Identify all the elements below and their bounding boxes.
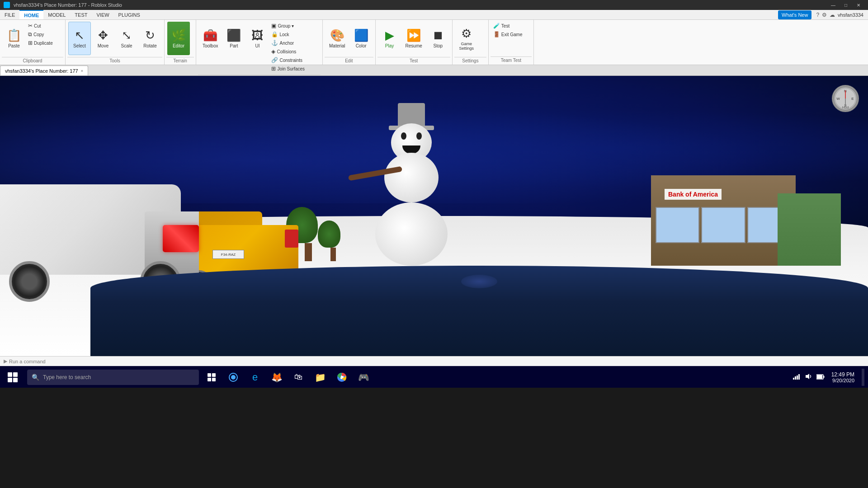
tree-trunk-left [305, 243, 312, 261]
battery-icon[interactable] [815, 374, 826, 381]
menu-model[interactable]: MODEL [43, 10, 70, 19]
terrain-section: 🌿 Editor Terrain [165, 20, 196, 65]
edit-content: 🎨 Material 🟦 Color [325, 21, 373, 56]
terrain-label: Terrain [166, 57, 194, 64]
settings-section: ⚙ GameSettings Settings [453, 20, 489, 65]
test-small-icon: 🧪 [493, 23, 500, 29]
rotate-icon: ↻ [145, 28, 155, 42]
ribbon: 📋 Paste ✂ Cut ⧉ Copy ⊞ Duplicate Clipboa… [0, 20, 868, 65]
test-content: ▶ Play ⏩ Resume ⏹ Stop [377, 21, 450, 56]
copy-button[interactable]: ⧉ Copy [26, 30, 62, 38]
game-settings-icon: ⚙ [461, 27, 472, 41]
ui-icon: 🖼 [251, 28, 263, 42]
move-button[interactable]: ✥ Move [92, 22, 114, 55]
roblox-taskbar-icon[interactable]: 🎮 [353, 366, 374, 388]
white-front-wheel [9, 261, 50, 302]
tools-section: ↖ Select ✥ Move ⤡ Scale ↻ Rotate Tools [66, 20, 165, 65]
clipboard-content: 📋 Paste ✂ Cut ⧉ Copy ⊞ Duplicate [2, 21, 63, 56]
blue-car-hood [90, 266, 868, 356]
viewport[interactable]: Bank of America F34-RAZ [0, 76, 868, 356]
ui-button[interactable]: 🖼 UI [246, 22, 269, 55]
game-settings-button[interactable]: ⚙ GameSettings [455, 22, 478, 55]
color-button[interactable]: 🟦 Color [350, 22, 373, 55]
whats-new-button[interactable]: What's New [778, 10, 811, 19]
menu-test[interactable]: TEST [70, 10, 92, 19]
svg-marker-20 [806, 374, 809, 379]
svg-rect-18 [797, 375, 798, 380]
chrome-icon[interactable] [331, 366, 353, 388]
exit-game-button[interactable]: 🚪 Exit Game [491, 30, 528, 38]
svg-text:E: E [851, 97, 854, 101]
minimize-button[interactable]: — [827, 1, 839, 9]
play-button[interactable]: ▶ Play [378, 22, 401, 55]
cortana-button[interactable] [222, 366, 244, 388]
constraints-button[interactable]: 🔗 Constraints [269, 56, 307, 64]
lock-button[interactable]: 🔒 Lock [269, 30, 307, 38]
join-surfaces-button[interactable]: ⊞ Join Surfaces [269, 65, 307, 73]
menu-view[interactable]: VIEW [92, 10, 113, 19]
stop-button[interactable]: ⏹ Stop [427, 22, 449, 55]
tree-trunk-right [330, 248, 336, 261]
paste-icon: 📋 [7, 28, 21, 42]
tab-close-button[interactable]: × [81, 69, 83, 73]
svg-rect-23 [817, 375, 822, 379]
tools-content: ↖ Select ✥ Move ⤡ Scale ↻ Rotate [67, 21, 162, 56]
insert-right-col: ▣ Group ▾ 🔒 Lock ⚓ Anchor ◈ Collisions 🔗 [269, 22, 307, 73]
paste-button[interactable]: 📋 Paste [3, 22, 25, 55]
edit-label: Edit [325, 57, 373, 64]
bank-main-building: Bank of America [651, 175, 796, 266]
duplicate-button[interactable]: ⊞ Duplicate [26, 39, 62, 47]
command-input[interactable] [9, 359, 145, 364]
toolbox-icon: 🧰 [203, 28, 217, 42]
clipboard-label: Clipboard [2, 57, 63, 64]
test-btn-small[interactable]: 🧪 Test [491, 22, 528, 30]
snowman-middle [384, 153, 439, 202]
file-explorer-icon[interactable]: 📁 [309, 366, 331, 388]
compass-circle: N S W E Hud [832, 85, 859, 112]
menu-home[interactable]: HOME [19, 10, 43, 19]
select-button[interactable]: ↖ Select [68, 22, 91, 55]
anchor-button[interactable]: ⚓ Anchor [269, 39, 307, 47]
menu-plugins[interactable]: PLUGINS [114, 10, 145, 19]
close-button[interactable]: ✕ [853, 1, 864, 9]
maximize-button[interactable]: □ [840, 1, 852, 9]
tree-right [326, 221, 340, 261]
toolbox-button[interactable]: 🧰 Toolbox [199, 22, 222, 55]
store-icon[interactable]: 🛍 [288, 366, 309, 388]
scale-button[interactable]: ⤡ Scale [115, 22, 138, 55]
red-taillight [163, 225, 199, 252]
tab-title: vhsfan3334's Place Number: 177 [5, 68, 78, 74]
search-icon: 🔍 [32, 374, 39, 381]
title-bar-controls[interactable]: — □ ✕ [827, 1, 864, 9]
ribbon-top-right: What's New ? ⚙ ☁ vhsfan3334 [776, 10, 868, 20]
resume-button[interactable]: ⏩ Resume [402, 22, 426, 55]
start-button[interactable] [0, 366, 25, 388]
cut-button[interactable]: ✂ Cut [26, 22, 62, 30]
edge-browser-icon[interactable]: e [244, 366, 266, 388]
rotate-button[interactable]: ↻ Rotate [139, 22, 161, 55]
taskbar-search[interactable]: 🔍 Type here to search [27, 370, 199, 385]
collisions-button[interactable]: ◈ Collisions [269, 47, 307, 56]
firefox-icon[interactable]: 🦊 [266, 366, 288, 388]
anchor-icon: ⚓ [271, 40, 278, 46]
team-test-col: 🧪 Test 🚪 Exit Game [491, 22, 528, 38]
tree-left [298, 207, 318, 261]
roblox-icon [4, 2, 10, 8]
network-icon[interactable] [792, 374, 802, 381]
svg-rect-16 [793, 378, 794, 380]
main-tab[interactable]: vhsfan3334's Place Number: 177 × [0, 66, 88, 75]
material-button[interactable]: 🎨 Material [326, 22, 349, 55]
win-logo-tl [8, 372, 12, 377]
volume-icon[interactable] [803, 373, 813, 381]
taskbar-clock[interactable]: 12:49 PM 9/20/2020 [828, 371, 858, 383]
play-icon: ▶ [385, 28, 394, 42]
terrain-editor-button[interactable]: 🌿 Editor [167, 22, 190, 55]
group-button[interactable]: ▣ Group ▾ [269, 22, 307, 30]
title-bar: vhsfan3334's Place Number: 177 - Roblox … [0, 0, 868, 10]
svg-rect-22 [823, 375, 824, 378]
taskview-button[interactable] [201, 366, 222, 388]
part-button[interactable]: ⬛ Part [222, 22, 245, 55]
menu-file[interactable]: FILE [0, 10, 19, 19]
command-prompt-icon: ▶ [4, 358, 7, 364]
show-desktop-button[interactable] [862, 369, 864, 386]
